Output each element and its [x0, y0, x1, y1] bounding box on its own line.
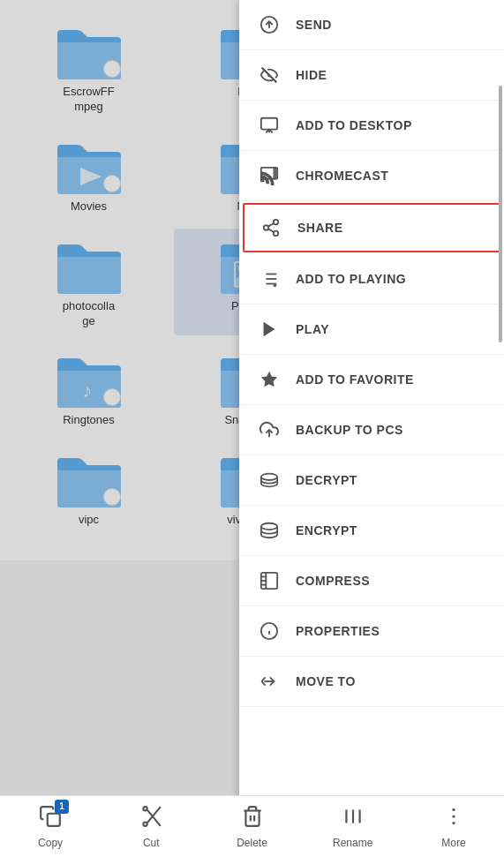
menu-item-properties[interactable]: PROPERTIES: [239, 606, 504, 657]
bottom-toolbar: 1 Copy Cut Delete: [0, 795, 504, 857]
toolbar-more[interactable]: More: [403, 798, 504, 856]
svg-marker-31: [261, 372, 277, 387]
svg-point-54: [452, 808, 455, 810]
toolbar-delete[interactable]: Delete: [201, 798, 302, 856]
toolbar-cut-label: Cut: [143, 837, 160, 849]
svg-point-17: [264, 225, 269, 230]
toolbar-cut[interactable]: Cut: [101, 798, 201, 856]
menu-label-add-to-desktop: ADD TO DESKTOP: [296, 118, 412, 132]
menu-label-share: SHARE: [297, 221, 343, 235]
copy-badge: 1: [55, 800, 69, 814]
toolbar-copy-label: Copy: [38, 837, 63, 849]
move-icon: [257, 669, 282, 694]
more-icon: [442, 805, 465, 833]
svg-point-45: [144, 822, 147, 825]
menu-label-play: PLAY: [296, 322, 329, 336]
menu-label-add-to-favorite: ADD TO FAVORITE: [296, 372, 414, 387]
toolbar-copy[interactable]: 1 Copy: [0, 798, 101, 856]
svg-line-48: [147, 807, 161, 823]
menu-label-encrypt: ENCRYPT: [296, 523, 357, 538]
svg-rect-44: [48, 813, 60, 825]
cast-icon: [257, 163, 282, 188]
menu-item-add-to-favorite[interactable]: ADD TO FAVORITE: [239, 355, 504, 405]
menu-label-move-to: MOVE TO: [296, 674, 356, 688]
rename-icon: [342, 805, 365, 833]
svg-point-46: [144, 807, 147, 810]
menu-item-chromecast[interactable]: CHROMECAST: [239, 151, 504, 201]
delete-icon: [241, 805, 264, 833]
menu-item-backup-to-pcs[interactable]: BACKUP TO PCS: [239, 405, 504, 455]
menu-item-decrypt[interactable]: DECRYPT: [239, 455, 504, 506]
menu-label-add-to-playing: ADD TO PLAYING: [296, 272, 406, 286]
svg-rect-12: [261, 118, 277, 130]
copy-icon: 1: [39, 805, 62, 833]
menu-label-properties: PROPERTIES: [296, 624, 380, 638]
info-icon: [257, 619, 282, 643]
cut-icon: [139, 805, 162, 833]
scrollbar[interactable]: [499, 86, 502, 342]
menu-item-compress[interactable]: COMPRESS: [239, 556, 504, 606]
svg-marker-30: [264, 322, 275, 337]
menu-item-encrypt[interactable]: ENCRYPT: [239, 506, 504, 556]
menu-item-share[interactable]: SHARE: [243, 203, 500, 252]
svg-point-33: [261, 474, 277, 480]
menu-label-backup-to-pcs: BACKUP TO PCS: [296, 423, 403, 437]
menu-label-decrypt: DECRYPT: [296, 473, 357, 487]
svg-point-18: [274, 231, 279, 237]
menu-item-send[interactable]: SEND: [239, 0, 504, 50]
compress-icon: [257, 568, 282, 593]
menu-item-add-to-desktop[interactable]: ADD TO DESKTOP: [239, 101, 504, 151]
toolbar-more-label: More: [441, 837, 465, 849]
send-icon: [257, 12, 282, 37]
share-icon: [259, 215, 283, 240]
svg-line-47: [147, 809, 161, 825]
decrypt-icon: [257, 468, 282, 492]
menu-item-add-to-playing[interactable]: ADD TO PLAYING: [239, 254, 504, 304]
menu-label-chromecast: CHROMECAST: [296, 169, 388, 183]
hide-icon: [257, 63, 282, 87]
menu-label-hide: HIDE: [296, 68, 327, 82]
play-icon: [257, 317, 282, 342]
encrypt-icon: [257, 518, 282, 543]
svg-line-19: [268, 229, 274, 232]
toolbar-rename-label: Rename: [333, 837, 372, 849]
svg-point-16: [274, 220, 279, 225]
svg-point-56: [452, 821, 455, 823]
add-playing-icon: [257, 267, 282, 291]
menu-label-send: SEND: [296, 18, 332, 32]
toolbar-rename[interactable]: Rename: [303, 798, 403, 856]
toolbar-delete-label: Delete: [237, 837, 267, 849]
menu-item-move-to[interactable]: MOVE TO: [239, 657, 504, 707]
cloud-upload-icon: [257, 417, 282, 442]
context-menu: SEND HIDE ADD TO DESKTOP: [239, 0, 504, 808]
svg-line-20: [268, 223, 274, 227]
desktop-icon: [257, 113, 282, 138]
star-icon: [257, 367, 282, 392]
menu-item-play[interactable]: PLAY: [239, 304, 504, 355]
svg-point-34: [261, 523, 277, 530]
menu-item-hide[interactable]: HIDE: [239, 50, 504, 101]
svg-point-55: [452, 815, 455, 817]
menu-label-compress: COMPRESS: [296, 574, 370, 588]
